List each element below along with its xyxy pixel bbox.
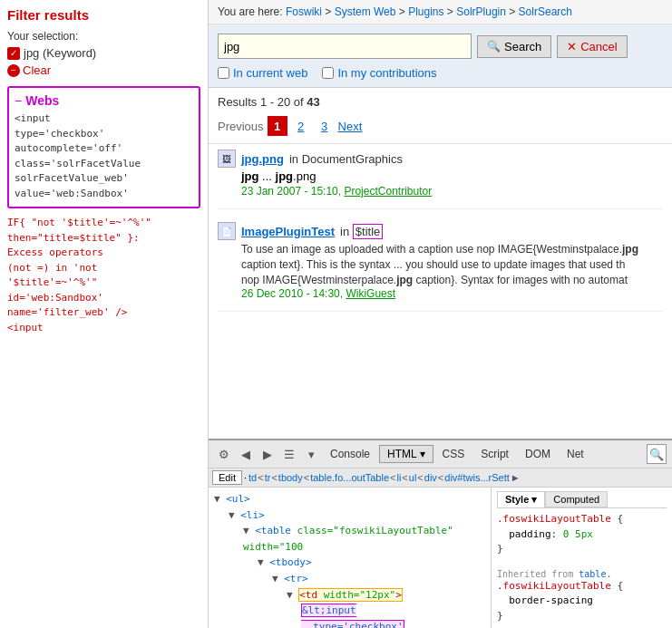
breadcrumb-solrsearch[interactable]: SolrSearch: [519, 5, 572, 18]
elem-li[interactable]: li: [396, 472, 401, 483]
webs-collapse-icon[interactable]: −: [15, 93, 22, 108]
result-date: 26 Dec 2010 - 14:30, WikiGuest: [218, 287, 663, 300]
search-input[interactable]: [218, 34, 472, 59]
tree-line: ▼ <table class="foswikiLayoutTable" widt…: [214, 523, 485, 555]
style-tab-button[interactable]: Style ▾: [497, 491, 545, 507]
search-button[interactable]: 🔍 Search: [477, 35, 551, 58]
next-page-button[interactable]: Next: [338, 120, 363, 133]
tree-td: <td width="12px">: [298, 588, 403, 602]
devtools-toolbar: ⚙ ◀ ▶ ☰ ▾ Console HTML ▾ CSS Script DOM …: [209, 440, 672, 469]
current-web-option[interactable]: In current web: [218, 66, 307, 80]
devtools-menu-icon[interactable]: ☰: [279, 444, 299, 464]
expand-arrow[interactable]: ▼: [272, 573, 278, 585]
elem-divtwis[interactable]: div#twis...rSett: [444, 472, 510, 483]
result-subtitle: jpg ... jpg.png: [218, 169, 663, 183]
devtools-panel: ⚙ ◀ ▶ ☰ ▾ Console HTML ▾ CSS Script DOM …: [209, 439, 672, 628]
result-title-row: 🖼 jpg.png in DocumentGraphics: [218, 150, 663, 168]
sidebar: Filter results Your selection: ✓ jpg (Ke…: [0, 0, 209, 628]
devtools-search-icon[interactable]: 🔍: [647, 444, 667, 464]
devtools-inspect-icon[interactable]: ⚙: [214, 444, 234, 464]
devtools-back-icon[interactable]: ◀: [236, 444, 256, 464]
expand-arrow[interactable]: ▼: [243, 525, 249, 536]
devtools-tab-script[interactable]: Script: [473, 445, 516, 463]
webs-code: <inputtype='checkbox'autocomplete='off'c…: [15, 111, 193, 201]
page-2-button[interactable]: 2: [291, 116, 311, 136]
elem-table[interactable]: table.fo...outTable: [310, 472, 389, 483]
expand-arrow[interactable]: ▼: [214, 493, 220, 505]
breadcrumb-foswiki[interactable]: Foswiki: [286, 5, 322, 18]
expand-arrow[interactable]: ▼: [229, 509, 235, 521]
tree-line: ▼ <li>: [214, 507, 485, 524]
search-row: 🔍 Search ✕ Cancel: [218, 34, 663, 59]
html-tree: ▼ <ul> ▼ <li> ▼ <table class="foswikiLay…: [209, 488, 491, 628]
my-contributions-label: In my contributions: [337, 66, 436, 80]
result-author[interactable]: ProjectContributor: [344, 185, 432, 198]
breadcrumb: You are here: Foswiki > System Web > Plu…: [209, 0, 672, 24]
tree-li: <li>: [240, 509, 265, 521]
devtools-tab-html[interactable]: HTML ▾: [379, 445, 433, 463]
result-icon: 🖼: [218, 150, 236, 168]
webs-box: − Webs <inputtype='checkbox'autocomplete…: [7, 86, 200, 208]
main-content: You are here: Foswiki > System Web > Plu…: [209, 0, 672, 628]
elem-div[interactable]: div: [424, 472, 437, 483]
tree-tr: <tr>: [284, 573, 308, 585]
elem-td[interactable]: td: [248, 472, 257, 483]
page-1-button[interactable]: 1: [268, 116, 287, 136]
result-date: 23 Jan 2007 - 15:10, ProjectContributor: [218, 185, 663, 198]
devtools-dropdown-icon[interactable]: ▾: [301, 444, 321, 464]
filter-title: Filter results: [7, 7, 200, 23]
result-link[interactable]: jpg.png: [241, 152, 284, 166]
breadcrumb-plugins[interactable]: Plugins: [408, 5, 443, 18]
cancel-button[interactable]: ✕ Cancel: [557, 35, 627, 58]
expand-arrow[interactable]: ▼: [258, 556, 264, 568]
prev-page-button[interactable]: Previous: [218, 120, 264, 133]
page-3-button[interactable]: 3: [315, 116, 335, 136]
tree-line: &lt;input type='checkbox': [214, 603, 485, 628]
search-icon: 🔍: [487, 40, 501, 53]
current-web-checkbox[interactable]: [218, 67, 229, 79]
element-breadcrumb: td < tr < tbody < table.fo...outTable < …: [248, 472, 521, 483]
devtools-forward-icon[interactable]: ▶: [258, 444, 278, 464]
my-contributions-checkbox[interactable]: [322, 67, 334, 79]
my-contributions-option[interactable]: In my contributions: [322, 66, 436, 80]
pagination: Previous 1 2 3 Next: [209, 112, 672, 144]
stitle-highlight: $title: [353, 224, 383, 239]
your-selection-label: Your selection:: [7, 30, 200, 43]
result-author[interactable]: WikiGuest: [346, 287, 395, 300]
result-link[interactable]: ImagePluginTest: [241, 225, 335, 238]
breadcrumb-solrplugin[interactable]: SolrPlugin: [456, 5, 506, 18]
clear-link[interactable]: − Clear: [7, 63, 200, 77]
result-icon: 📄: [218, 222, 236, 240]
tree-input: &lt;input type='checkbox': [301, 604, 404, 628]
edit-button[interactable]: Edit: [212, 470, 242, 485]
elem-tbody[interactable]: tbody: [278, 472, 303, 483]
webs-header: − Webs: [15, 93, 193, 108]
result-title-row: 📄 ImagePluginTest in $title: [218, 222, 663, 240]
edit-toolbar: Edit · td < tr < tbody < table.fo...outT…: [209, 469, 672, 488]
cancel-btn-label: Cancel: [580, 40, 617, 53]
elem-tr[interactable]: tr: [265, 472, 271, 483]
results-list: 🖼 jpg.png in DocumentGraphics jpg ... jp…: [209, 144, 672, 439]
results-total: 43: [307, 95, 319, 109]
devtools-tab-dom[interactable]: DOM: [518, 445, 558, 463]
tree-line: ▼ <tr>: [214, 571, 485, 587]
current-web-label: In current web: [233, 66, 307, 80]
devtools-tab-console[interactable]: Console: [323, 445, 377, 463]
excess-operators-text: Excess operators: [7, 246, 103, 258]
elem-ul[interactable]: ul: [409, 472, 417, 483]
devtools-tab-css[interactable]: CSS: [435, 445, 472, 463]
expand-arrow[interactable]: ▼: [287, 589, 293, 601]
tree-line: ▼ <ul>: [214, 491, 485, 507]
search-options: In current web In my contributions: [218, 66, 663, 80]
breadcrumb-systemweb[interactable]: System Web: [335, 5, 396, 18]
tree-ul: <ul>: [226, 493, 250, 505]
search-area: 🔍 Search ✕ Cancel In current web In my c…: [209, 24, 672, 88]
computed-tab-button[interactable]: Computed: [545, 491, 608, 507]
devtools-tab-net[interactable]: Net: [560, 445, 591, 463]
style-tab-row: Style ▾ Computed: [497, 491, 667, 508]
devtools-content: ▼ <ul> ▼ <li> ▼ <table class="foswikiLay…: [209, 488, 672, 628]
results-summary: Results 1 - 20 of: [218, 95, 304, 109]
tree-table: <table class="foswikiLayoutTable" width=…: [243, 525, 453, 553]
filter-code: IF{ "not '$title'=~'^%'" then="title=$ti…: [7, 216, 200, 335]
cancel-icon: ✕: [567, 40, 577, 53]
